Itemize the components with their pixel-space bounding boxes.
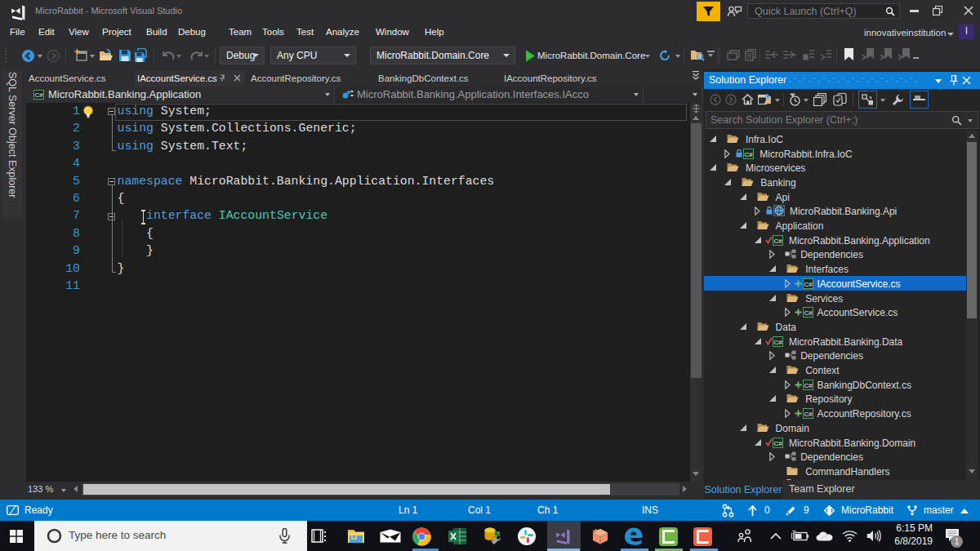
svg-text:C#: C# [804, 381, 813, 389]
svg-text:C#: C# [804, 280, 813, 287]
svg-text:C#: C# [773, 439, 782, 447]
svg-text:C#: C# [804, 309, 813, 317]
svg-text:C#: C# [804, 411, 813, 418]
svg-text:C#: C# [773, 338, 782, 345]
svg-text:C#: C# [773, 237, 782, 244]
svg-text:C#: C# [34, 91, 43, 99]
svg-text:C#: C# [745, 150, 754, 158]
